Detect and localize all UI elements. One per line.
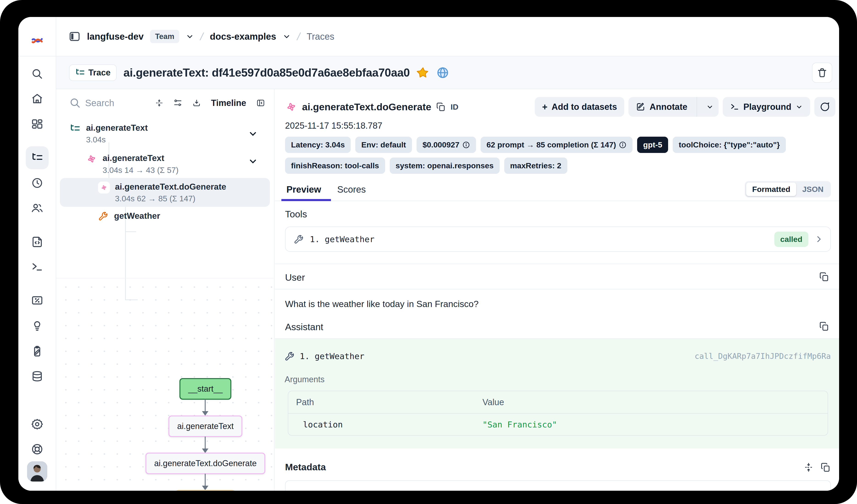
tab-scores[interactable]: Scores	[336, 181, 367, 201]
chevron-down-icon[interactable]	[248, 129, 258, 139]
user-heading: User	[285, 272, 305, 283]
trace-tree-panel: Timeline ai.generateText 3.04s	[56, 89, 274, 491]
model-badge[interactable]: gpt-5	[637, 137, 668, 153]
topbar: langfuse-dev Team / docs-examples / Trac…	[56, 17, 839, 56]
tool-name: 1. getWeather	[310, 234, 374, 244]
user-avatar[interactable]	[27, 462, 47, 482]
support-icon[interactable]	[31, 442, 44, 456]
trace-title: ai.generateText: df41e597d0a85e0d7a6ae8e…	[123, 66, 410, 79]
system-badge: system: openai.responses	[390, 158, 500, 174]
graph-node-getweather[interactable]: getWeather	[175, 490, 235, 491]
tab-preview[interactable]: Preview	[285, 181, 322, 201]
expand-icon[interactable]	[803, 462, 814, 473]
info-icon	[619, 141, 626, 149]
graph-edge	[205, 437, 206, 449]
org-plan-badge: Team	[150, 30, 180, 43]
trash-icon	[817, 67, 828, 78]
chevron-right-icon[interactable]	[814, 234, 823, 244]
tree-row-trace[interactable]: ai.generateText 3.04s	[56, 120, 274, 146]
observation-badges: Latency: 3.04s Env: default $0.000927 62…	[275, 131, 839, 174]
trace-icon	[75, 68, 85, 78]
tree-node-label: ai.generateText	[86, 123, 148, 133]
breadcrumb-separator: /	[296, 30, 302, 42]
tracing-icon[interactable]	[31, 151, 44, 164]
comments-button[interactable]	[814, 97, 836, 117]
breadcrumb-org[interactable]: langfuse-dev	[87, 31, 144, 42]
tool-called-badge: called	[774, 231, 808, 247]
display-settings-icon[interactable]	[173, 97, 182, 109]
playground-icon[interactable]	[31, 260, 44, 274]
maxretries-badge: maxRetries: 2	[504, 158, 567, 174]
graph-edge-arrow	[202, 486, 208, 490]
tree-connector	[125, 231, 136, 232]
breadcrumb-project[interactable]: docs-examples	[210, 31, 276, 42]
users-icon[interactable]	[31, 201, 44, 215]
info-icon	[462, 141, 470, 149]
annotation-icon[interactable]	[31, 345, 44, 358]
download-icon[interactable]	[192, 97, 201, 109]
user-message-text: What is the weather like today in San Fr…	[275, 289, 839, 320]
wrench-icon	[293, 234, 304, 244]
tree-search-input[interactable]	[85, 98, 145, 108]
search-icon[interactable]	[31, 67, 44, 81]
assistant-tool-call-card: 1. getWeather call_DgKARp7a7IhJPDczfifMp…	[275, 339, 839, 449]
observation-detail-panel: ai.generateText.doGenerate ID + Add to d…	[275, 89, 839, 491]
sessions-icon[interactable]	[31, 176, 44, 190]
public-globe-icon[interactable]	[436, 66, 449, 79]
table-header-row: Path Value	[288, 391, 828, 413]
datasets-icon[interactable]	[31, 370, 44, 383]
cost-badge[interactable]: $0.000927	[417, 137, 476, 153]
sidebar-toggle-icon[interactable]	[69, 31, 81, 42]
breadcrumb-page[interactable]: Traces	[307, 31, 334, 42]
tool-definition-row[interactable]: 1. getWeather called	[285, 227, 831, 252]
annotate-split-button[interactable]: Annotate	[628, 97, 719, 117]
search-icon	[69, 97, 81, 109]
breadcrumb-separator: /	[199, 30, 205, 42]
agent-graph-panel[interactable]: __start__ ai.generateText ai.generateTex…	[56, 278, 273, 491]
collapse-panel-icon[interactable]	[256, 97, 265, 109]
org-chevron-icon[interactable]	[186, 32, 194, 40]
graph-node-start[interactable]: __start__	[180, 378, 231, 400]
tool-call-name: 1. getWeather	[300, 351, 365, 361]
prompts-icon[interactable]	[31, 235, 44, 248]
graph-edge	[205, 474, 206, 486]
add-to-datasets-button[interactable]: + Add to datasets	[535, 97, 624, 117]
playground-button[interactable]: Playground	[723, 97, 810, 117]
tree-search[interactable]	[69, 97, 145, 109]
bookmark-star-icon[interactable]	[417, 66, 430, 79]
llm-judge-icon[interactable]	[31, 319, 44, 332]
toolchoice-badge: toolChoice: {"type":"auto"}	[673, 137, 786, 153]
home-icon[interactable]	[31, 92, 44, 105]
dashboards-icon[interactable]	[31, 118, 44, 131]
wrench-icon	[97, 210, 109, 222]
graph-node-dogenerate[interactable]: ai.generateText.doGenerate	[146, 453, 265, 474]
langfuse-logo	[31, 34, 44, 48]
view-toggle[interactable]: Formatted JSON	[745, 181, 831, 197]
user-message-section: User What is the weather like today in S…	[275, 264, 839, 320]
tree-node-meta: 3.04s	[86, 135, 148, 144]
tree-row-dogenerate-selected[interactable]: ai.generateText.doGenerate 3.04s 62 → 85…	[60, 178, 270, 207]
copy-icon[interactable]	[819, 321, 831, 333]
tree-node-meta: 3.04s 62 → 85 (Σ 147)	[115, 194, 226, 203]
copy-icon[interactable]	[820, 462, 831, 473]
view-json[interactable]: JSON	[796, 183, 829, 196]
evaluation-icon[interactable]	[31, 294, 44, 307]
delete-trace-button[interactable]	[812, 63, 832, 83]
chevron-down-icon[interactable]	[248, 156, 258, 166]
annotate-dropdown-chevron[interactable]	[701, 103, 719, 110]
collapse-all-icon[interactable]	[155, 97, 164, 109]
view-formatted[interactable]: Formatted	[746, 183, 796, 196]
tools-heading: Tools	[285, 209, 831, 220]
tokens-badge[interactable]: 62 prompt → 85 completion (Σ 147)	[481, 137, 633, 153]
trace-type-pill: Trace	[69, 65, 117, 81]
graph-node-generatetext[interactable]: ai.generateText	[168, 416, 242, 437]
project-chevron-icon[interactable]	[283, 32, 291, 40]
timeline-toggle[interactable]: Timeline	[211, 98, 246, 108]
generation-icon	[285, 101, 298, 113]
copy-icon[interactable]	[436, 102, 446, 112]
tree-row-generation[interactable]: ai.generateText 3.04s 14 → 43 (Σ 57)	[56, 151, 274, 177]
copy-icon[interactable]	[819, 272, 831, 283]
settings-icon[interactable]	[31, 418, 44, 431]
tree-row-tool[interactable]: getWeather	[56, 208, 274, 224]
id-label[interactable]: ID	[451, 103, 458, 111]
